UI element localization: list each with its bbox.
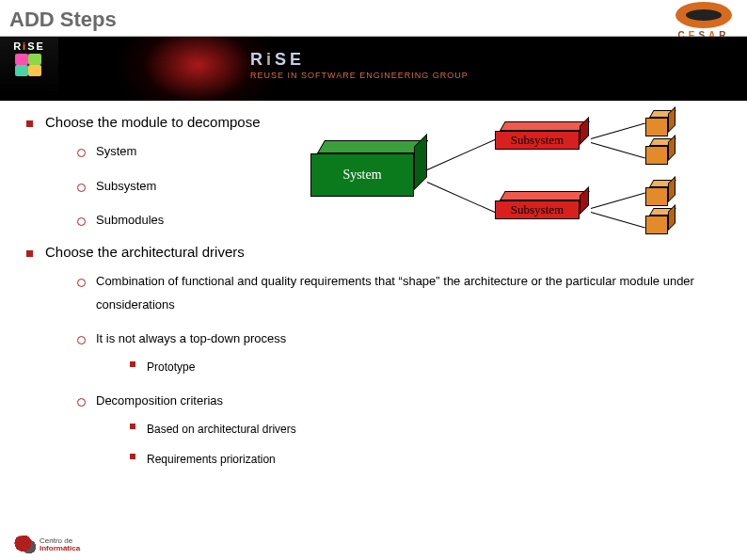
rise-badge-text: RiSE (13, 40, 45, 52)
list-item: It is not always a top-down process Prot… (83, 328, 738, 377)
list-item: System (83, 140, 738, 164)
list-item: Decomposition criterias Based on archite… (83, 390, 738, 471)
list-item: Prototype (134, 357, 738, 378)
list-item: Subsystem (83, 175, 738, 199)
bullet-text: Combination of functional and quality re… (96, 274, 694, 312)
list-item: Choose the module to decompose System Su… (32, 114, 738, 232)
list-item: Combination of functional and quality re… (83, 270, 738, 316)
bullet-text: Decomposition criterias (96, 393, 223, 408)
rise-badge: RiSE (0, 37, 58, 95)
eye-icon (675, 2, 732, 28)
bullet-text: Choose the architectural drivers (45, 244, 245, 260)
bullet-text: It is not always a top-down process (96, 331, 286, 345)
puzzle-icon (15, 54, 43, 76)
list-item: Choose the architectural drivers Combina… (32, 244, 738, 471)
list-item: Based on architectural drivers (134, 419, 738, 440)
header-band: RiSE RiSE REUSE IN SOFTWARE ENGINEERING … (0, 37, 747, 101)
bullet-text: Choose the module to decompose (45, 114, 260, 130)
bullet-text: System (96, 144, 136, 158)
band-heading: RiSE (250, 50, 305, 70)
right-logo: CESAR (675, 2, 732, 40)
slide-content: System Subsystem Subsystem Choose the mo… (0, 101, 747, 471)
bullet-text: Requirements priorization (147, 453, 276, 466)
footer-text: Centro de Informática (40, 537, 80, 552)
slide-title: ADD Steps (0, 0, 747, 36)
bullet-text: Subsystem (96, 179, 156, 193)
list-item: Submodules (83, 209, 738, 232)
bullet-text: Submodules (96, 213, 164, 227)
bullet-text: Prototype (147, 360, 195, 374)
footer-swirl-icon (13, 536, 38, 554)
footer-logo: Centro de Informática (13, 536, 80, 554)
bullet-text: Based on architectural drivers (147, 423, 296, 436)
band-tagline: REUSE IN SOFTWARE ENGINEERING GROUP (250, 71, 469, 80)
bullet-list: Choose the module to decompose System Su… (9, 114, 738, 471)
list-item: Requirements priorization (134, 449, 738, 471)
